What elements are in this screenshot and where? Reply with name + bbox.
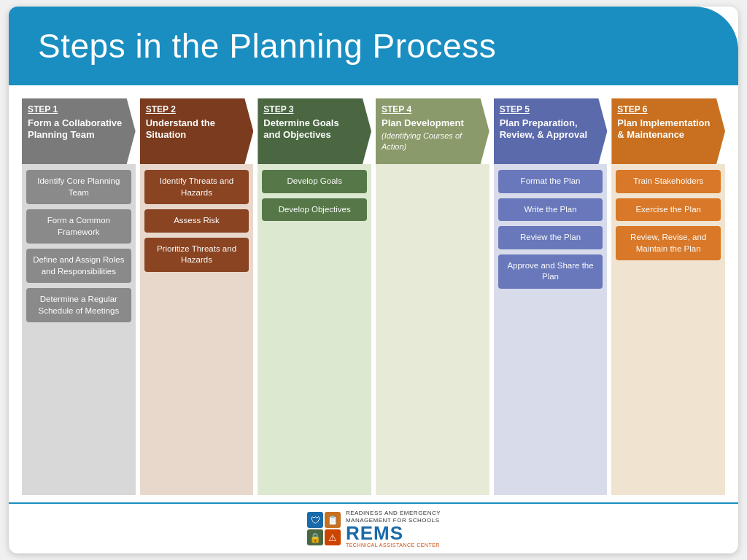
logo-area: 🛡 📋 🔒 ⚠ READINESS AND EMERGENCYMANAGEMEN…	[306, 510, 441, 548]
main-content: STEP 1Form a Collaborative Planning Team…	[9, 85, 738, 502]
svg-text:🔒: 🔒	[309, 532, 322, 544]
step-item-6-2[interactable]: Exercise the Plan	[616, 198, 721, 222]
step-item-1-4[interactable]: Determine a Regular Schedule of Meetings	[26, 288, 131, 322]
step-title-3: Determine Goals and Objectives	[263, 117, 358, 142]
step-title-6: Plan Implementation & Maintenance	[617, 117, 712, 142]
step-col-5: STEP 5Plan Preparation, Review, & Approv…	[494, 98, 608, 495]
step-item-1-3[interactable]: Define and Assign Roles and Responsibili…	[26, 249, 131, 283]
step-body-5: Format the PlanWrite the PlanReview the …	[494, 164, 608, 495]
step-title-2: Understand the Situation	[146, 117, 241, 142]
step-number-3: STEP 3	[263, 104, 358, 116]
step-header-4: STEP 4Plan Development(Identifying Cours…	[376, 98, 489, 164]
step-col-1: STEP 1Form a Collaborative Planning Team…	[22, 98, 136, 495]
step-item-5-4[interactable]: Approve and Share the Plan	[498, 254, 603, 289]
step-body-4	[376, 164, 489, 495]
step-item-5-1[interactable]: Format the Plan	[498, 170, 603, 193]
step-item-2-3[interactable]: Prioritize Threats and Hazards	[144, 238, 249, 272]
step-number-1: STEP 1	[28, 104, 123, 116]
step-header-5: STEP 5Plan Preparation, Review, & Approv…	[494, 98, 608, 164]
step-header-3: STEP 3Determine Goals and Objectives	[258, 98, 371, 164]
step-title-5: Plan Preparation, Review, & Approval	[500, 117, 595, 142]
step-subtitle-4: (Identifying Courses of Action)	[382, 131, 476, 152]
step-col-3: STEP 3Determine Goals and ObjectivesDeve…	[258, 98, 371, 495]
step-header-2: STEP 2Understand the Situation	[140, 98, 254, 164]
step-body-6: Train StakeholdersExercise the PlanRevie…	[611, 164, 725, 495]
step-title-4: Plan Development	[382, 117, 476, 130]
step-item-3-2[interactable]: Develop Objectives	[262, 198, 367, 222]
step-number-6: STEP 6	[617, 104, 712, 116]
rems-logo-icon: 🛡 📋 🔒 ⚠	[306, 511, 341, 546]
logo-rems-text: REMS	[346, 524, 441, 542]
svg-text:🛡: 🛡	[310, 515, 320, 526]
step-body-3: Develop GoalsDevelop Objectives	[258, 164, 371, 495]
step-item-5-3[interactable]: Review the Plan	[498, 226, 603, 249]
step-body-1: Identify Core Planning TeamForm a Common…	[22, 164, 136, 495]
step-col-6: STEP 6Plan Implementation & MaintenanceT…	[611, 98, 725, 495]
logo-text-area: READINESS AND EMERGENCYMANAGEMENT FOR SC…	[346, 510, 441, 548]
step-number-5: STEP 5	[500, 104, 595, 116]
step-col-2: STEP 2Understand the SituationIdentify T…	[140, 98, 254, 495]
step-col-4: STEP 4Plan Development(Identifying Cours…	[376, 98, 489, 495]
step-header-6: STEP 6Plan Implementation & Maintenance	[611, 98, 725, 164]
step-number-4: STEP 4	[382, 104, 476, 116]
step-number-2: STEP 2	[146, 104, 241, 116]
slide: Steps in the Planning Process STEP 1Form…	[9, 7, 738, 553]
step-item-2-1[interactable]: Identify Threats and Hazards	[144, 170, 249, 204]
step-item-3-1[interactable]: Develop Goals	[262, 170, 367, 193]
logo-bottom-text: TECHNICAL ASSISTANCE CENTER	[346, 542, 441, 548]
header: Steps in the Planning Process	[9, 7, 738, 85]
step-item-6-3[interactable]: Review, Revise, and Maintain the Plan	[616, 226, 721, 260]
page-title: Steps in the Planning Process	[38, 26, 496, 66]
footer: 🛡 📋 🔒 ⚠ READINESS AND EMERGENCYMANAGEMEN…	[9, 502, 738, 553]
step-title-1: Form a Collaborative Planning Team	[28, 117, 123, 142]
step-item-1-1[interactable]: Identify Core Planning Team	[26, 170, 131, 204]
step-body-2: Identify Threats and HazardsAssess RiskP…	[140, 164, 254, 495]
step-item-5-2[interactable]: Write the Plan	[498, 198, 603, 222]
svg-text:📋: 📋	[327, 514, 339, 526]
step-header-1: STEP 1Form a Collaborative Planning Team	[22, 98, 136, 164]
step-item-2-2[interactable]: Assess Risk	[144, 209, 249, 233]
step-item-1-2[interactable]: Form a Common Framework	[26, 209, 131, 244]
step-item-6-1[interactable]: Train Stakeholders	[616, 170, 721, 193]
svg-text:⚠: ⚠	[328, 532, 337, 543]
